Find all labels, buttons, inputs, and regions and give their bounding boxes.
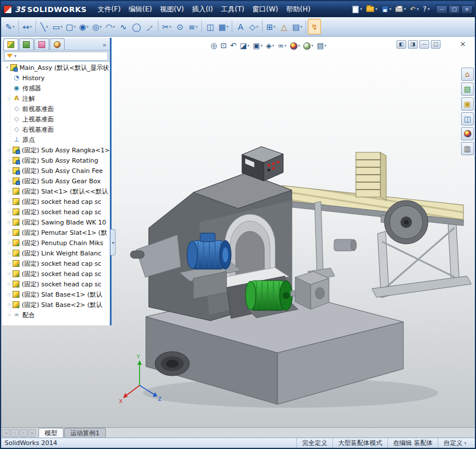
tab-configurationmanager[interactable] <box>34 38 49 50</box>
tab-scroll-next[interactable]: › <box>19 429 27 437</box>
expand-arrow-icon[interactable]: ▷ <box>6 271 13 276</box>
tree-item-history[interactable]: ◔History <box>2 73 110 83</box>
frame-motor[interactable] <box>334 239 356 251</box>
menu-help[interactable]: 帮助(H) <box>282 3 314 16</box>
tree-item-assembly[interactable]: ▷(固定) Sub Assy Rangka<1> <box>2 145 110 155</box>
ellipse-tool[interactable]: ◯ <box>130 19 143 34</box>
section-view-button[interactable]: ◪▾ <box>239 42 251 50</box>
tree-item-part[interactable]: ▷(固定) Slat<1> (默认<<默认 <box>2 186 110 196</box>
tree-item-part[interactable]: ▷(固定) socket head cap sc <box>2 258 110 269</box>
repair-sketch-button[interactable]: △ <box>277 19 291 34</box>
exhaust-pipe[interactable] <box>155 352 189 376</box>
design-library-tab[interactable]: ▤ <box>461 82 474 96</box>
open-document-button[interactable]: ▾ <box>364 3 379 15</box>
line-tool[interactable]: ╲▾ <box>38 19 51 34</box>
doc-pane-right-button[interactable]: ◨ <box>408 40 418 49</box>
offset-entities-button[interactable]: ≡▾ <box>187 19 200 34</box>
expand-arrow-icon[interactable]: ▷ <box>6 158 13 163</box>
expand-arrow-icon[interactable]: ▷ <box>6 241 13 245</box>
tab-motion-study-1[interactable]: 运动算例1 <box>64 428 106 438</box>
view-settings-button[interactable]: ▤▾ <box>316 42 328 50</box>
view-orientation-button[interactable]: ▣▾ <box>252 42 264 50</box>
tab-featuremanager[interactable] <box>3 38 18 50</box>
expand-arrow-icon[interactable]: ▷ <box>6 313 13 317</box>
expand-arrow-icon[interactable]: ▷ <box>6 168 13 173</box>
zoom-to-fit-button[interactable]: ◎ <box>209 42 218 50</box>
tree-item-part[interactable]: ▷(固定) socket head cap sc <box>2 196 110 207</box>
expand-arrow-icon[interactable]: ▷ <box>6 96 13 101</box>
hide-show-items-button[interactable]: ∞▾ <box>276 42 287 50</box>
smart-dimension-button[interactable]: ↔▾ <box>21 19 34 34</box>
conveyor-support-leg[interactable] <box>315 202 323 275</box>
display-relations-button[interactable]: ⊞▾ <box>264 19 277 34</box>
previous-view-button[interactable]: ↶ <box>229 42 237 50</box>
expand-arrow-icon[interactable]: ▷ <box>6 292 13 297</box>
help-button[interactable]: ?▾ <box>421 3 431 15</box>
file-explorer-tab[interactable]: ▣ <box>461 97 474 111</box>
tree-item-sensor[interactable]: ◉传感器 <box>2 83 110 93</box>
document-close-button[interactable]: × <box>458 40 468 49</box>
edit-appearance-button[interactable]: ▾ <box>289 42 302 50</box>
tab-propertymanager[interactable] <box>19 38 34 50</box>
solidworks-resources-tab[interactable]: ⌂ <box>461 68 474 81</box>
tree-root[interactable]: ▾ Main_Assy (默认<默认_显示状 <box>2 62 110 73</box>
expand-arrow-icon[interactable]: ▷ <box>6 189 13 194</box>
perimeter-circle-tool[interactable]: ◎▾ <box>90 19 104 34</box>
expand-arrow-icon[interactable]: ▷ <box>6 302 13 307</box>
trim-entities-button[interactable]: ✂▾ <box>160 19 173 34</box>
tree-item-part[interactable]: ▷(固定) socket head cap sc <box>2 279 110 289</box>
expand-arrow-icon[interactable]: ▷ <box>6 220 13 224</box>
expand-arrow-icon[interactable]: ▷ <box>6 199 13 204</box>
tree-item-assembly[interactable]: ▷(固定) Sub Assy Rotating <box>2 155 110 166</box>
expand-arrow-icon[interactable]: ▷ <box>6 210 13 214</box>
reference-plane-button[interactable]: ◇▾ <box>247 19 260 34</box>
linear-pattern-button[interactable]: ▦▾ <box>217 19 230 34</box>
mirror-entities-button[interactable]: ◫ <box>204 19 217 34</box>
tree-item-plane[interactable]: ◇前视基准面 <box>2 104 110 114</box>
expand-arrow-icon[interactable]: ▷ <box>6 251 13 255</box>
doc-pane-left-button[interactable]: ◧ <box>396 40 406 49</box>
expand-arrow-icon[interactable]: ▷ <box>6 282 13 286</box>
tree-item-part[interactable]: ▷(固定) Penutup Chain Miks <box>2 238 110 248</box>
tab-model[interactable]: 模型 <box>38 428 64 438</box>
tree-item-part[interactable]: ▷(固定) Pemutar Slat<1> (默 <box>2 227 110 238</box>
maximize-button[interactable]: □ <box>449 5 460 14</box>
menu-file[interactable]: 文件(F) <box>94 3 125 16</box>
panel-collapse-handle[interactable]: ◂ <box>110 229 116 255</box>
tab-displaymanager[interactable] <box>50 38 65 50</box>
sketch-button[interactable]: ✎▾ <box>3 19 17 34</box>
sketch-text-button[interactable]: A <box>234 19 247 34</box>
expand-arrow-icon[interactable]: ▷ <box>6 179 13 183</box>
rectangle-tool[interactable]: ▭▾ <box>51 19 64 34</box>
tree-item-part[interactable]: ▷(固定) Sawing Blade WK 10 <box>2 217 110 227</box>
tree-item-plane[interactable]: ◇上视基准面 <box>2 114 110 124</box>
tree-filter[interactable]: ▾ <box>4 52 108 61</box>
minimize-button[interactable]: — <box>436 5 447 14</box>
zoom-to-area-button[interactable]: ⊡ <box>219 42 228 50</box>
instant2d-button[interactable]: ↯ <box>308 19 321 34</box>
view-palette-tab[interactable]: ◫ <box>461 112 474 125</box>
tab-scroll-first[interactable]: « <box>2 429 10 437</box>
expand-arrow-icon[interactable]: ▷ <box>6 230 13 235</box>
menu-tools[interactable]: 工具(T) <box>217 3 248 16</box>
fillet-tool[interactable]: ◞▾ <box>143 19 156 34</box>
expand-arrow-icon[interactable]: ▷ <box>6 261 13 266</box>
tab-scroll-last[interactable]: » <box>28 429 36 437</box>
menu-insert[interactable]: 插入(I) <box>188 3 217 16</box>
app-icon[interactable] <box>3 5 12 14</box>
arc-tool[interactable]: ◠▾ <box>104 19 117 34</box>
assembly-model[interactable]: Y X Z <box>113 50 471 423</box>
custom-properties-tab[interactable]: ▥ <box>461 142 474 155</box>
print-button[interactable]: ▾ <box>394 3 408 15</box>
tree-item-part[interactable]: ▷(固定) socket head cap sc <box>2 207 110 217</box>
quick-snaps-button[interactable]: ▤▾ <box>291 19 304 34</box>
slat-stack[interactable] <box>356 152 386 200</box>
collapse-arrow-icon[interactable]: ▾ <box>4 65 10 70</box>
tree-item-part[interactable]: ▷(固定) Slat Base<1> (默认 <box>2 289 110 300</box>
tree-item-assembly[interactable]: ▷(固定) Sub Assy Gear Box <box>2 176 110 186</box>
doc-restore-button[interactable]: □ <box>431 40 441 49</box>
tree-item-plane[interactable]: ◇右视基准面 <box>2 124 110 135</box>
convert-entities-button[interactable]: ⊙ <box>173 19 187 34</box>
status-custom[interactable]: 自定义▾ <box>438 438 471 448</box>
tree-item-origin[interactable]: ⊥原点 <box>2 135 110 145</box>
